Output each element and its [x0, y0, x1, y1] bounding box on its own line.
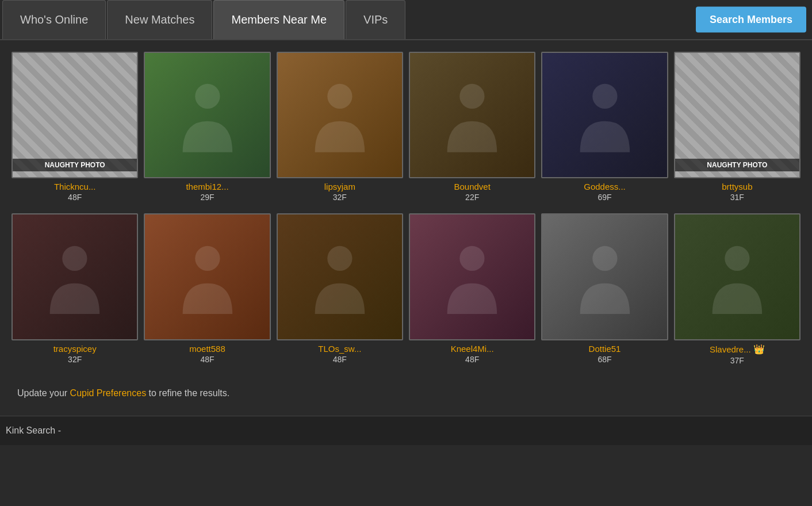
member-age-gender: 32F — [333, 193, 347, 202]
member-grid-row2: tracyspicey 32F moett588 48F TLOs_sw — [12, 213, 800, 365]
member-grid-row1: NAUGHTY PHOTO Thickncu... 48F thembi12..… — [12, 52, 800, 202]
vip-crown-icon: 👑 — [753, 344, 765, 355]
member-age-gender: 32F — [68, 355, 82, 364]
tab-vips[interactable]: VIPs — [346, 0, 405, 39]
main-content: NAUGHTY PHOTO Thickncu... 48F thembi12..… — [0, 40, 812, 416]
member-username: Boundvet — [454, 182, 490, 191]
member-age-gender: 48F — [333, 355, 347, 364]
svg-point-4 — [63, 246, 87, 270]
svg-point-3 — [592, 84, 617, 109]
member-username: TLOs_sw... — [318, 344, 361, 354]
member-age-gender: 31F — [730, 193, 744, 202]
member-card[interactable]: moett588 48F — [144, 213, 270, 365]
member-card[interactable]: NAUGHTY PHOTO brttysub 31F — [674, 52, 800, 202]
naughty-label: NAUGHTY PHOTO — [13, 159, 137, 171]
member-age-gender: 69F — [597, 193, 611, 202]
member-username: Dottie51 — [589, 344, 621, 354]
svg-point-1 — [327, 84, 352, 109]
member-card[interactable]: Slavedre... 👑 37F — [674, 213, 800, 365]
svg-point-2 — [460, 84, 485, 109]
member-age-gender: 48F — [200, 355, 214, 364]
search-members-button[interactable]: Search Members — [696, 7, 806, 33]
member-age-gender: 29F — [200, 193, 214, 202]
svg-point-7 — [460, 246, 485, 270]
svg-point-5 — [195, 246, 220, 270]
naughty-label: NAUGHTY PHOTO — [675, 159, 799, 171]
preference-notice: Update your Cupid Preferences to refine … — [12, 377, 800, 410]
cupid-preferences-link[interactable]: Cupid Preferences — [70, 388, 147, 398]
member-username: lipsyjam — [324, 182, 355, 191]
member-age-gender: 22F — [465, 193, 479, 202]
member-card[interactable]: Dottie51 68F — [541, 213, 668, 365]
member-username: Kneel4Mi... — [451, 344, 494, 354]
tab-new-matches[interactable]: New Matches — [107, 0, 212, 39]
member-age-gender: 48F — [465, 355, 479, 364]
svg-point-0 — [195, 84, 220, 109]
member-age-gender: 37F — [730, 356, 744, 365]
member-card[interactable]: Goddess... 69F — [541, 52, 668, 202]
member-username: tracyspicey — [53, 344, 97, 354]
member-card[interactable]: lipsyjam 32F — [277, 52, 403, 202]
member-username: thembi12... — [186, 182, 228, 191]
member-username: moett588 — [189, 344, 225, 354]
tab-whos-online[interactable]: Who's Online — [2, 0, 106, 39]
member-age-gender: 48F — [68, 193, 82, 202]
tab-members-near-me[interactable]: Members Near Me — [213, 0, 344, 39]
kink-search-bar: Kink Search - — [0, 416, 812, 445]
member-username: Slavedre... 👑 — [710, 344, 765, 355]
tab-bar: Who's Online New Matches Members Near Me… — [0, 0, 812, 40]
svg-point-8 — [592, 246, 617, 270]
member-username: Goddess... — [584, 182, 626, 191]
member-card[interactable]: thembi12... 29F — [144, 52, 270, 202]
member-card[interactable]: TLOs_sw... 48F — [277, 213, 403, 365]
member-username: Thickncu... — [54, 182, 96, 191]
member-age-gender: 68F — [597, 355, 611, 364]
member-card[interactable]: Boundvet 22F — [409, 52, 535, 202]
svg-point-9 — [725, 246, 749, 270]
member-card[interactable]: NAUGHTY PHOTO Thickncu... 48F — [12, 52, 138, 202]
svg-point-6 — [327, 246, 352, 270]
member-card[interactable]: Kneel4Mi... 48F — [409, 213, 535, 365]
member-username: brttysub — [722, 182, 752, 191]
member-card[interactable]: tracyspicey 32F — [12, 213, 138, 365]
